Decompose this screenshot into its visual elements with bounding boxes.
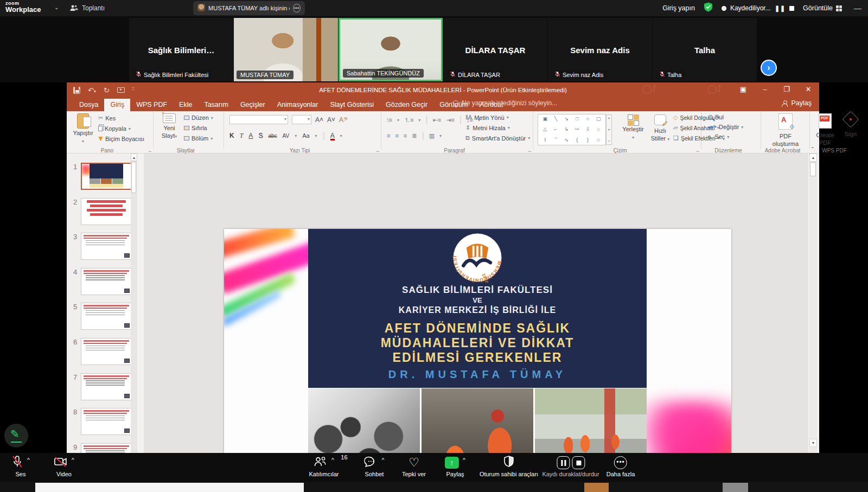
paste-button[interactable]: Yapıştır▾ — [71, 113, 95, 145]
bullets-icon[interactable]: ⁝≡ — [387, 117, 392, 124]
sign-in-button[interactable]: Giriş yapın — [662, 4, 695, 12]
tell-me-search[interactable]: Ne yapmak istediğinizi söyleyin... — [453, 99, 557, 107]
toolbar-share-button[interactable]: ↑^Paylaş — [445, 455, 465, 477]
shapes-gallery[interactable]: ▣╲↘□○▢ △⌐↳⇨⇩⌂ ⌇⌒∿{}☆ ▴▾▿ — [538, 114, 606, 145]
toolbar-record-button[interactable]: Kaydı duraklat/durdur — [542, 455, 599, 477]
video-tile-4[interactable]: DİLARA TAŞARDİLARA TAŞAR — [443, 18, 547, 81]
slide-thumbnail-3[interactable] — [81, 233, 132, 260]
strikethrough-button[interactable]: abc — [268, 133, 277, 139]
ribbon-tab-animasyonlar[interactable]: Animasyonlar — [271, 99, 324, 111]
chevron-up-icon[interactable]: ^ — [381, 457, 384, 462]
ppt-share-button[interactable]: Paylaş — [782, 99, 812, 107]
tab-meeting[interactable]: Toplantı — [69, 0, 105, 16]
window-minimize-button[interactable]: – — [754, 82, 776, 98]
toolbar-video-button[interactable]: ^Video — [54, 455, 74, 477]
next-participants-arrow-button[interactable]: › — [761, 60, 777, 76]
wps-sign-button[interactable]: Sign — [840, 113, 861, 138]
dialog-launcher-icon[interactable]: ⌙ — [376, 149, 380, 154]
dialog-launcher-icon[interactable]: ⌙ — [696, 149, 700, 154]
character-spacing-button[interactable]: AV — [283, 133, 290, 139]
arrange-button[interactable]: Yerleştir▾ — [619, 114, 647, 141]
font-size-combo[interactable] — [292, 115, 311, 124]
cut-button[interactable]: ✂Kes — [98, 114, 144, 122]
underline-button[interactable]: A — [248, 132, 253, 139]
view-button[interactable]: Görüntüle — [803, 4, 842, 12]
chevron-up-icon[interactable]: ^ — [463, 457, 465, 462]
ribbon-tab-ekle[interactable]: Ekle — [173, 99, 198, 111]
decrease-indent-icon[interactable]: ⇤≡ — [433, 117, 442, 124]
pdf-create-button[interactable]: PDF oluşturma — [767, 113, 805, 148]
toolbar-more-button[interactable]: •••Daha fazla — [607, 455, 635, 477]
taskbar-app-gray[interactable] — [723, 483, 748, 492]
pause-record-icon[interactable] — [557, 456, 570, 469]
copy-button[interactable]: Kopyala ▾ — [98, 125, 144, 132]
bold-button[interactable]: K — [229, 132, 234, 139]
scrollbar-thumb[interactable] — [131, 162, 136, 193]
grow-font-icon[interactable]: A˄ — [315, 116, 323, 124]
dialog-launcher-icon[interactable]: ⌙ — [528, 149, 532, 154]
stop-recording-icon[interactable] — [789, 6, 794, 11]
new-slide-button[interactable]: Yeni Slayt▾ — [157, 113, 182, 140]
ribbon-display-options-icon[interactable]: ▣ — [732, 82, 754, 98]
window-restore-button[interactable]: ❐ — [776, 82, 797, 98]
slide-thumbnail-6[interactable] — [81, 338, 132, 365]
slide-thumbnail-4[interactable] — [81, 268, 132, 295]
taskbar-app-white[interactable] — [35, 483, 304, 492]
scroll-up-icon[interactable]: ▲ — [131, 154, 137, 161]
slide-thumbnail-7[interactable] — [81, 373, 132, 400]
reset-button[interactable]: Sıfırla — [184, 125, 213, 131]
columns-icon[interactable]: ▥ — [429, 132, 435, 139]
more-options-icon[interactable]: ••• — [293, 4, 301, 12]
thumbnail-scrollbar[interactable]: ▲ — [131, 154, 137, 482]
wps-create-pdf-button[interactable]: Create PDF — [811, 113, 839, 146]
text-direction-button[interactable]: ⦀AMetin Yönü ▾ — [465, 114, 530, 121]
font-color-button[interactable]: A — [330, 132, 335, 139]
scroll-up-icon[interactable]: ▲ — [809, 154, 817, 162]
clear-formatting-icon[interactable]: A𝄢 — [339, 116, 348, 124]
align-center-icon[interactable]: ≡ — [395, 132, 398, 139]
minimize-icon[interactable]: — — [854, 4, 861, 12]
convert-smartart-button[interactable]: ⧉SmartArt'a Dönüştür ▾ — [465, 135, 530, 142]
stop-record-icon[interactable] — [572, 456, 585, 469]
scrollbar-thumb[interactable] — [810, 162, 816, 176]
chevron-up-icon[interactable]: ^ — [331, 457, 334, 462]
annotation-pencil-button[interactable]: ✎ — [4, 424, 28, 448]
chevron-up-icon[interactable]: ^ — [27, 457, 30, 462]
dialog-launcher-icon[interactable]: ⌙ — [148, 149, 152, 154]
slide-thumbnail-8[interactable] — [81, 408, 132, 435]
numbering-icon[interactable]: ⒈≡ — [404, 116, 413, 124]
toolbar-audio-button[interactable]: ^Ses — [11, 455, 30, 477]
shadow-button[interactable]: S — [258, 132, 263, 139]
video-tile-6[interactable]: TalhaTalha — [653, 18, 757, 81]
align-right-icon[interactable]: ≡ — [404, 132, 407, 139]
increase-indent-icon[interactable]: ⇥≡ — [446, 117, 455, 124]
toolbar-chat-button[interactable]: ^Sohbet — [364, 455, 384, 477]
scroll-down-icon[interactable]: ▼ — [809, 439, 817, 447]
slide-thumbnail-2[interactable] — [81, 198, 132, 225]
ribbon-tab-giri-[interactable]: Giriş — [104, 99, 130, 111]
align-text-button[interactable]: ⇕Metni Hizala ▾ — [465, 124, 530, 131]
italic-button[interactable]: T — [240, 132, 244, 140]
ribbon-tab-ge-i-ler[interactable]: Geçişler — [234, 99, 271, 111]
slide-thumbnail-1[interactable] — [81, 163, 132, 190]
justify-icon[interactable]: ≣ — [412, 132, 417, 139]
find-button[interactable]: Bul — [708, 114, 743, 120]
replace-button[interactable]: ab↷Değiştir ▾ — [708, 124, 743, 130]
ribbon-tab-slayt-g-sterisi[interactable]: Slayt Gösterisi — [324, 99, 380, 111]
shrink-font-icon[interactable]: A˅ — [327, 116, 335, 124]
ribbon-tab-tasar-m[interactable]: Tasarım — [198, 99, 234, 111]
slide-thumbnail-5[interactable] — [81, 303, 132, 330]
video-tile-1[interactable]: Sağlık Bilimleri…Sağlık Bilimleri Fakült… — [129, 18, 233, 81]
chevron-up-icon[interactable]: ^ — [72, 457, 74, 462]
toolbar-react-button[interactable]: ♡Tepki ver — [402, 455, 426, 477]
video-tile-5[interactable]: Sevim naz AdisSevim naz Adis — [548, 18, 652, 81]
quick-styles-button[interactable]: Hızlı Stiller ▾ — [647, 114, 673, 142]
ribbon-tab-dosya[interactable]: Dosya — [73, 99, 104, 111]
ribbon-tab-wps-pdf[interactable]: WPS PDF — [130, 99, 173, 111]
ribbon-tab-g-zden-ge-ir[interactable]: Gözden Geçir — [380, 99, 433, 111]
vertical-scrollbar[interactable]: ▲ ▼ ▲▲ ▼▼ — [809, 154, 817, 482]
collapse-ribbon-icon[interactable]: ⌃ — [810, 146, 815, 152]
toolbar-participants-button[interactable]: 16^Katılımcılar — [309, 455, 339, 477]
format-painter-button[interactable]: Biçim Boyacısı — [98, 136, 144, 142]
video-tile-2[interactable]: MUSTAFA TÜMAY — [234, 18, 338, 81]
